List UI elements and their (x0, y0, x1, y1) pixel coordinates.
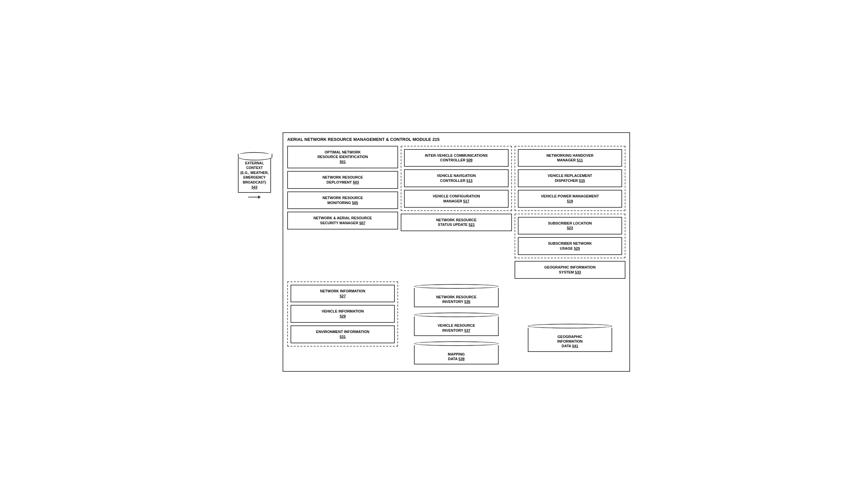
id-515: 515 (579, 179, 585, 183)
id-533: 533 (575, 270, 581, 274)
right-column: NETWORKING HANDOVERMANAGER 511 VEHICLE R… (515, 146, 625, 279)
id-521: 521 (468, 222, 475, 227)
box-network-monitoring: NETWORK RESOURCEMONITORING 505 (287, 192, 398, 209)
bottom-middle-cylinders: NETWORK RESOURCEINVENTORY 535 VEHICLE RE… (401, 282, 512, 367)
arrow-head (258, 195, 261, 199)
cylinder-body: EXTERNAL CONTEXT(E.G., WEATHER,EMERGENCY… (238, 158, 271, 193)
main-title: AERIAL NETWORK RESOURCE MANAGEMENT & CON… (287, 137, 625, 142)
cyl-top-3 (414, 341, 498, 346)
bottom-grid: NETWORK INFORMATION527 VEHICLE INFORMATI… (287, 282, 625, 367)
bottom-right-cylinders: GEOGRAPHICINFORMATIONDATA 541 (515, 282, 625, 354)
id-503: 503 (353, 180, 359, 184)
top-grid: OPTIMAL NETWORKRESOURCE IDENTIFICATION50… (287, 146, 625, 279)
id-519: 519 (567, 199, 573, 203)
id-523: 523 (567, 226, 573, 230)
id-525: 525 (574, 246, 580, 250)
box-subscriber-location: SUBSCRIBER LOCATION523 (518, 217, 622, 235)
middle-column: INTER-VEHICLE COMMUNICATIONSCONTROLLER 5… (401, 146, 512, 279)
box-environment-info: ENVIRONMENT INFORMATION531 (290, 325, 395, 343)
cyl-body-1: NETWORK RESOURCEINVENTORY 535 (414, 288, 498, 308)
id-501: 501 (339, 160, 346, 164)
external-context-container: EXTERNAL CONTEXT(E.G., WEATHER,EMERGENCY… (233, 152, 276, 199)
bottom-left-dashed: NETWORK INFORMATION527 VEHICLE INFORMATI… (287, 282, 398, 347)
content-area: OPTIMAL NETWORKRESOURCE IDENTIFICATION50… (287, 146, 625, 367)
cylinder-top (238, 152, 271, 158)
box-inter-vehicle: INTER-VEHICLE COMMUNICATIONSCONTROLLER 5… (404, 149, 508, 167)
box-vehicle-replacement: VEHICLE REPLACEMENTDISPATCHER 515 (518, 169, 622, 187)
external-context-label: EXTERNAL CONTEXT(E.G., WEATHER,EMERGENCY… (240, 161, 269, 189)
id-517: 517 (463, 199, 469, 203)
id-505: 505 (352, 201, 358, 205)
box-network-info: NETWORK INFORMATION527 (290, 285, 395, 302)
box-geographic-info: GEOGRAPHIC INFORMATIONSYSTEM 533 (515, 261, 625, 279)
id-535: 535 (464, 300, 470, 303)
box-vehicle-nav: VEHICLE NAVIGATIONCONTROLLER 513 (404, 169, 508, 187)
external-context-cylinder: EXTERNAL CONTEXT(E.G., WEATHER,EMERGENCY… (233, 152, 276, 193)
box-vehicle-info: VEHICLE INFORMATION529 (290, 305, 395, 323)
id-513: 513 (466, 179, 473, 183)
box-networking-handover: NETWORKING HANDOVERMANAGER 511 (518, 149, 622, 167)
cylinder-mapping-data: MAPPINGDATA 539 (403, 341, 509, 365)
cylinder-geo-data: GEOGRAPHICINFORMATIONDATA 541 (517, 324, 623, 352)
box-network-deployment: NETWORK RESOURCEDEPLOYMENT 503 (287, 171, 398, 189)
left-column: OPTIMAL NETWORKRESOURCE IDENTIFICATION50… (287, 146, 398, 279)
id-537: 537 (464, 328, 470, 332)
id-507: 507 (359, 221, 365, 225)
box-security-manager: NETWORK & AERIAL RESOURCESECURITY MANAGE… (287, 212, 398, 230)
right-dashed-group: NETWORKING HANDOVERMANAGER 511 VEHICLE R… (515, 146, 625, 211)
diagram-wrapper: EXTERNAL CONTEXT(E.G., WEATHER,EMERGENCY… (233, 132, 630, 372)
box-vehicle-config: VEHICLE CONFIGURATIONMANAGER 517 (404, 190, 508, 208)
box-vehicle-power: VEHICLE POWER MANAGEMENT519 (518, 190, 622, 208)
box-subscriber-network: SUBSCRIBER NETWORKUSAGE 525 (518, 237, 622, 255)
cyl-body-2: VEHICLE RESOURCEINVENTORY 537 (414, 316, 498, 336)
box-network-status: NETWORK RESOURCESTATUS UPDATE 521 (401, 214, 512, 232)
mid-dashed-group: INTER-VEHICLE COMMUNICATIONSCONTROLLER 5… (401, 146, 512, 211)
cyl-body-3: MAPPINGDATA 539 (414, 345, 498, 365)
right-subscriber-group: SUBSCRIBER LOCATION523 SUBSCRIBER NETWOR… (515, 214, 625, 258)
box-optimal-network: OPTIMAL NETWORKRESOURCE IDENTIFICATION50… (287, 146, 398, 169)
id-531: 531 (339, 335, 346, 339)
cyl-body-4: GEOGRAPHICINFORMATIONDATA 541 (528, 328, 612, 352)
id-539: 539 (459, 357, 465, 361)
cyl-top-4 (528, 324, 612, 328)
id-527: 527 (339, 294, 346, 298)
cylinder-network-inventory: NETWORK RESOURCEINVENTORY 535 (403, 284, 509, 308)
main-module-box: AERIAL NETWORK RESOURCE MANAGEMENT & CON… (283, 132, 630, 372)
id-541: 541 (572, 344, 578, 348)
cyl-top-1 (414, 284, 498, 289)
cylinder-vehicle-inventory: VEHICLE RESOURCEINVENTORY 537 (403, 312, 509, 336)
id-509: 509 (466, 158, 473, 162)
id-529: 529 (339, 314, 346, 318)
arrow-line (248, 197, 258, 197)
id-511: 511 (577, 158, 583, 162)
